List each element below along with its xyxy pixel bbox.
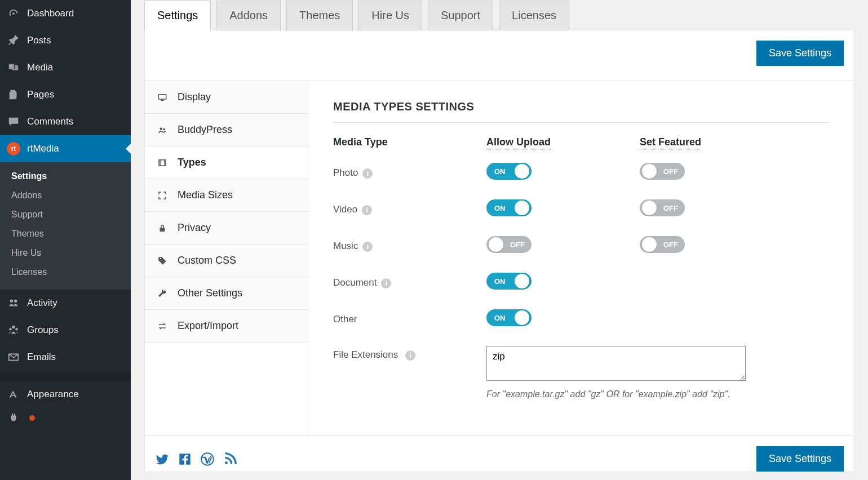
allow-upload-toggle[interactable]: ON — [486, 199, 532, 216]
settings-nav-label: Media Sizes — [178, 189, 233, 201]
settings-nav-label: Other Settings — [178, 287, 242, 299]
header-allowupload: Allow Upload — [486, 136, 551, 149]
toggle-label: OFF — [663, 241, 678, 249]
set-featured-toggle[interactable]: OFF — [640, 199, 685, 216]
sidebar-label: rtMedia — [27, 143, 59, 154]
help-icon[interactable]: i — [362, 242, 373, 252]
group-icon — [156, 125, 169, 135]
tab-licenses[interactable]: Licenses — [499, 1, 569, 30]
tab-addons[interactable]: Addons — [216, 1, 281, 30]
sidebar-item-comments[interactable]: Comments — [0, 108, 131, 135]
media-type-row: VideoiONOFF — [333, 199, 829, 219]
settings-nav-buddypress[interactable]: BuddyPress — [145, 114, 308, 146]
file-extensions-input[interactable] — [486, 346, 746, 381]
tab-support[interactable]: Support — [428, 1, 493, 30]
email-icon — [7, 350, 20, 364]
submenu-item-support[interactable]: Support — [0, 205, 131, 224]
wordpress-icon[interactable] — [200, 452, 215, 466]
appearance-icon — [7, 388, 20, 401]
submenu-item-licenses[interactable]: Licenses — [0, 263, 131, 282]
sidebar-item-appearance[interactable]: Appearance — [0, 381, 131, 408]
sidebar-item-pages[interactable]: Pages — [0, 81, 131, 108]
allow-upload-toggle[interactable]: ON — [486, 273, 532, 290]
allow-upload-toggle[interactable]: ON — [486, 309, 532, 326]
wp-admin-sidebar: Dashboard Posts Media Pages Comments rt … — [0, 0, 131, 480]
twitter-icon[interactable] — [155, 452, 170, 466]
settings-nav-mediasizes[interactable]: Media Sizes — [145, 179, 308, 212]
rtmedia-icon: rt — [7, 142, 20, 155]
toggle-knob — [489, 237, 503, 252]
settings-nav-types[interactable]: Types — [145, 146, 308, 179]
wp-submenu: Settings Addons Support Themes Hire Us L… — [0, 162, 131, 290]
toggle-knob — [642, 164, 657, 179]
page-title: MEDIA TYPES SETTINGS — [333, 100, 829, 123]
settings-nav: Display BuddyPress Types Media Sizes — [145, 81, 308, 435]
sidebar-item-emails[interactable]: Emails — [0, 344, 131, 371]
help-icon[interactable]: i — [362, 205, 372, 215]
activity-icon — [7, 296, 20, 310]
help-icon[interactable]: i — [381, 278, 391, 288]
svg-rect-6 — [158, 94, 166, 99]
wrench-icon — [156, 288, 169, 299]
media-type-label: Photo — [333, 167, 358, 178]
media-icon — [7, 61, 20, 74]
file-extensions-label: File Extensions — [333, 349, 398, 360]
submenu-item-settings[interactable]: Settings — [0, 167, 131, 186]
gauge-icon — [7, 7, 20, 20]
settings-nav-exportimport[interactable]: Export/Import — [145, 310, 308, 343]
media-type-row: DocumentiON — [333, 273, 829, 292]
help-icon[interactable]: i — [405, 350, 415, 361]
save-settings-button[interactable]: Save Settings — [756, 41, 844, 66]
facebook-icon[interactable] — [178, 452, 192, 466]
submenu-item-hireus[interactable]: Hire Us — [0, 243, 131, 263]
svg-point-12 — [225, 461, 228, 464]
tab-themes[interactable]: Themes — [286, 1, 353, 30]
set-featured-toggle[interactable]: OFF — [640, 163, 685, 180]
settings-nav-display[interactable]: Display — [145, 81, 308, 114]
sidebar-item-posts[interactable]: Posts — [0, 27, 131, 54]
save-settings-button-bottom[interactable]: Save Settings — [756, 446, 844, 472]
file-extensions-hint: For "example.tar.gz" add "gz" OR for "ex… — [486, 389, 746, 399]
sidebar-separator — [0, 371, 131, 381]
rss-icon[interactable] — [223, 452, 237, 466]
submenu-item-addons[interactable]: Addons — [0, 186, 131, 205]
sidebar-item-groups[interactable]: Groups — [0, 317, 131, 344]
allow-upload-toggle[interactable]: OFF — [486, 236, 532, 253]
submenu-item-themes[interactable]: Themes — [0, 224, 131, 243]
settings-nav-privacy[interactable]: Privacy — [145, 212, 308, 245]
media-type-label: Video — [333, 204, 357, 215]
settings-nav-customcss[interactable]: Custom CSS — [145, 245, 308, 277]
sidebar-item-plugins[interactable] — [0, 408, 131, 425]
film-icon — [156, 158, 169, 168]
help-icon[interactable]: i — [362, 168, 373, 179]
tab-hireus[interactable]: Hire Us — [358, 1, 422, 30]
sidebar-label: Emails — [27, 352, 56, 363]
media-type-label: Music — [333, 241, 358, 251]
settings-nav-other[interactable]: Other Settings — [145, 277, 308, 310]
sidebar-item-rtmedia[interactable]: rt rtMedia — [0, 135, 131, 162]
svg-point-2 — [14, 300, 17, 303]
top-tabs: Settings Addons Themes Hire Us Support L… — [144, 0, 854, 30]
media-type-label: Other — [333, 314, 357, 325]
settings-nav-label: Display — [178, 91, 211, 103]
tab-settings[interactable]: Settings — [144, 1, 211, 30]
tag-icon — [156, 256, 169, 266]
media-type-row: MusiciOFFOFF — [333, 236, 829, 256]
display-icon — [156, 92, 169, 103]
toggle-knob — [642, 237, 657, 252]
sidebar-item-media[interactable]: Media — [0, 54, 131, 81]
allow-upload-toggle[interactable]: ON — [486, 163, 532, 180]
svg-point-1 — [10, 300, 13, 303]
settings-nav-label: BuddyPress — [178, 124, 232, 136]
sidebar-item-dashboard[interactable]: Dashboard — [0, 0, 131, 27]
toggle-label: ON — [494, 167, 506, 176]
toggle-knob — [515, 201, 529, 215]
svg-point-4 — [9, 328, 12, 331]
sidebar-item-activity[interactable]: Activity — [0, 290, 131, 317]
set-featured-toggle[interactable]: OFF — [640, 236, 685, 253]
toggle-knob — [515, 274, 529, 288]
svg-point-5 — [15, 328, 18, 331]
sidebar-label: Dashboard — [27, 8, 74, 19]
sidebar-label: Comments — [27, 116, 73, 127]
svg-point-0 — [10, 65, 12, 67]
